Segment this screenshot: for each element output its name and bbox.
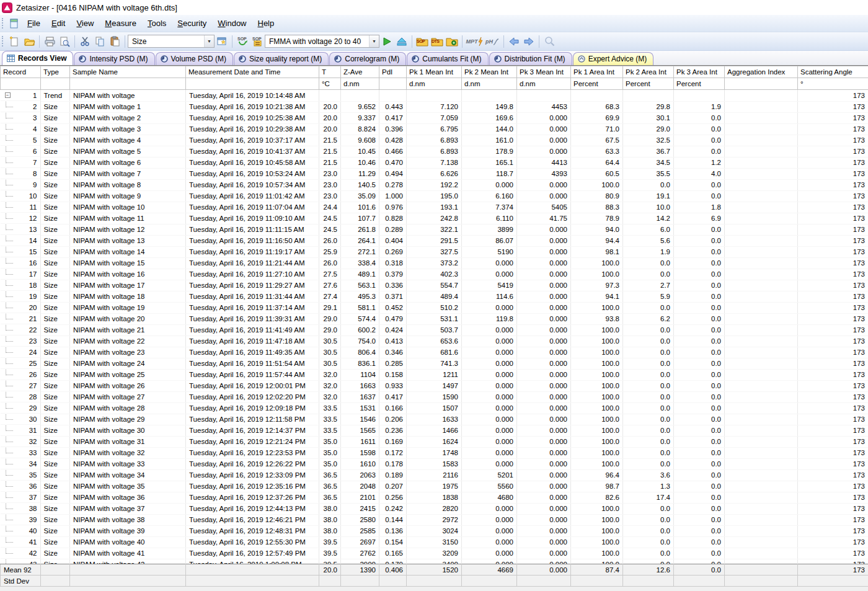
cell[interactable]: 5.9 xyxy=(623,291,674,302)
cell[interactable] xyxy=(725,291,798,302)
cell[interactable]: 0.000 xyxy=(517,525,571,536)
cell[interactable]: NIPAM with voltage 38 xyxy=(70,514,186,525)
cell[interactable]: 0.000 xyxy=(462,503,517,514)
cell[interactable]: NIPAM with voltage 21 xyxy=(70,324,186,335)
cell[interactable] xyxy=(725,335,798,347)
cell[interactable]: Tuesday, April 16, 2019 12:02:20 PM xyxy=(186,391,319,402)
cell[interactable] xyxy=(725,458,798,469)
cell[interactable]: 0.396 xyxy=(379,123,407,135)
cell[interactable]: 0.0 xyxy=(674,525,725,536)
table-row[interactable]: 19SizeNIPAM with voltage 18Tuesday, Apri… xyxy=(1,291,868,302)
table-row[interactable]: 26SizeNIPAM with voltage 25Tuesday, Apri… xyxy=(1,369,868,380)
cell[interactable]: 21.5 xyxy=(319,157,341,168)
cell[interactable]: Size xyxy=(41,536,70,548)
cell[interactable]: 173 xyxy=(798,458,868,469)
cell[interactable]: 27.4 xyxy=(319,291,341,302)
cell[interactable]: 1611 xyxy=(341,436,379,447)
column-header-z-ave[interactable]: Z-Ave xyxy=(341,66,379,78)
table-row[interactable]: 6SizeNIPAM with voltage 5Tuesday, April … xyxy=(1,146,868,157)
cell[interactable]: 373.2 xyxy=(407,257,462,269)
table-row[interactable]: 24SizeNIPAM with voltage 23Tuesday, Apri… xyxy=(1,347,868,358)
cell[interactable]: 681.6 xyxy=(407,347,462,358)
cell[interactable]: 173 xyxy=(798,425,868,436)
cell[interactable]: Size xyxy=(41,391,70,402)
cell[interactable]: 0.158 xyxy=(379,369,407,380)
ph-graph-icon[interactable]: pH xyxy=(484,34,501,49)
cell[interactable]: 114.6 xyxy=(462,291,517,302)
cell[interactable]: 0.371 xyxy=(379,291,407,302)
cell[interactable] xyxy=(725,391,798,402)
cell[interactable]: Size xyxy=(41,347,70,358)
table-row[interactable]: 11SizeNIPAM with voltage 10Tuesday, Apri… xyxy=(1,202,868,213)
cell[interactable]: 26.0 xyxy=(319,257,341,269)
cell[interactable]: 1610 xyxy=(341,458,379,469)
cell[interactable]: Tuesday, April 16, 2019 10:25:38 AM xyxy=(186,112,319,123)
cell[interactable]: 0.0 xyxy=(674,146,725,157)
cell[interactable]: 6.160 xyxy=(462,190,517,202)
cell[interactable]: 0.000 xyxy=(517,269,571,280)
cell[interactable]: 1497 xyxy=(407,380,462,391)
cell[interactable]: 101.6 xyxy=(341,202,379,213)
chevron-down-icon[interactable]: ▼ xyxy=(204,35,214,47)
cell[interactable]: 0.0 xyxy=(674,302,725,313)
cell[interactable]: 3024 xyxy=(407,525,462,536)
cell[interactable]: 23.0 xyxy=(319,190,341,202)
cell[interactable]: 0.0 xyxy=(623,548,674,559)
cell[interactable] xyxy=(571,90,623,102)
cell[interactable]: 0.0 xyxy=(623,347,674,358)
cell[interactable]: 100.0 xyxy=(571,548,623,559)
cell[interactable]: 28 xyxy=(1,391,41,402)
cell[interactable]: 0.000 xyxy=(462,548,517,559)
cell[interactable]: 0.346 xyxy=(379,347,407,358)
cell[interactable]: 39 xyxy=(1,514,41,525)
cell[interactable]: 30.1 xyxy=(623,112,674,123)
cell[interactable]: 36 xyxy=(1,481,41,492)
cell[interactable]: 36.5 xyxy=(319,492,341,503)
cell[interactable]: Size xyxy=(41,101,70,112)
cell[interactable]: 3150 xyxy=(407,536,462,548)
column-header-record[interactable]: Record xyxy=(1,66,41,78)
cell[interactable]: 173 xyxy=(798,324,868,335)
cell[interactable]: NIPAM with voltage 3 xyxy=(70,123,186,135)
cell[interactable]: 0.165 xyxy=(379,548,407,559)
cell[interactable]: 0.0 xyxy=(674,235,725,246)
cell[interactable]: Size xyxy=(41,313,70,324)
cell[interactable]: 67.5 xyxy=(571,135,623,146)
cell[interactable]: 0.000 xyxy=(517,559,571,564)
tab-size-quality-report-m[interactable]: Size quality report (M) xyxy=(234,52,329,65)
cell[interactable]: 2972 xyxy=(407,514,462,525)
cell[interactable]: 39.5 xyxy=(319,536,341,548)
cell[interactable]: 173 xyxy=(798,525,868,536)
cell[interactable]: 242.8 xyxy=(407,213,462,224)
cell[interactable]: 41.75 xyxy=(517,213,571,224)
cell[interactable]: 100.0 xyxy=(571,503,623,514)
table-row[interactable]: 7SizeNIPAM with voltage 6Tuesday, April … xyxy=(1,157,868,168)
cell[interactable]: 5 xyxy=(1,135,41,146)
table-row[interactable]: 39SizeNIPAM with voltage 38Tuesday, Apri… xyxy=(1,514,868,525)
cell[interactable]: Size xyxy=(41,123,70,135)
table-row[interactable]: 41SizeNIPAM with voltage 40Tuesday, Apri… xyxy=(1,536,868,548)
cell[interactable]: 0.000 xyxy=(462,179,517,190)
cell[interactable] xyxy=(517,90,571,102)
cell[interactable]: 173 xyxy=(798,369,868,380)
cell[interactable]: 0.206 xyxy=(379,414,407,425)
cell[interactable]: 0.479 xyxy=(379,313,407,324)
cell[interactable] xyxy=(725,257,798,269)
cell[interactable]: 754.0 xyxy=(341,335,379,347)
cell[interactable]: 30.5 xyxy=(319,347,341,358)
cell[interactable]: 402.3 xyxy=(407,269,462,280)
cell[interactable]: 0.000 xyxy=(517,246,571,257)
cell[interactable]: 100.0 xyxy=(571,257,623,269)
cell[interactable]: 6.795 xyxy=(407,123,462,135)
cell[interactable]: 94.0 xyxy=(571,224,623,235)
cell[interactable] xyxy=(725,224,798,235)
cell[interactable]: Tuesday, April 16, 2019 11:27:10 AM xyxy=(186,269,319,280)
cell[interactable]: 173 xyxy=(798,347,868,358)
cell[interactable]: 0.000 xyxy=(517,190,571,202)
cell[interactable]: Tuesday, April 16, 2019 11:21:44 AM xyxy=(186,257,319,269)
cell[interactable]: 0.000 xyxy=(462,525,517,536)
sop-run-icon[interactable]: SOP xyxy=(235,34,250,49)
cell[interactable]: 19 xyxy=(1,291,41,302)
cell[interactable]: 10.45 xyxy=(341,146,379,157)
cell[interactable]: 140.5 xyxy=(341,179,379,190)
